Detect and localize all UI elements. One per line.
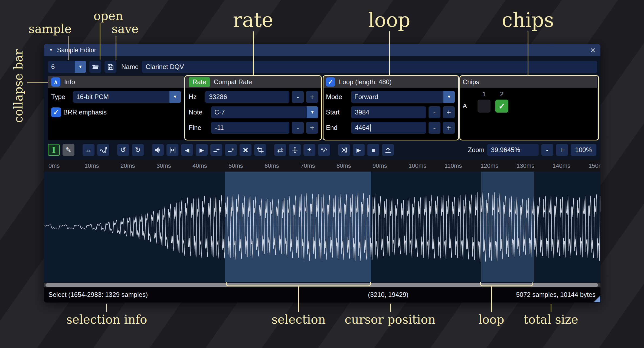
- ruler-label: 90ms: [372, 162, 387, 169]
- ruler-label: 140ms: [553, 162, 570, 169]
- collapse-info-button[interactable]: ∧: [51, 77, 60, 87]
- toolbar-draw-mode-button[interactable]: ✎: [63, 144, 74, 156]
- fine-input[interactable]: -11: [211, 122, 289, 134]
- toolbar-resize-button[interactable]: ↔: [83, 144, 94, 156]
- hz-minus-button[interactable]: -: [292, 91, 304, 103]
- timeline-ruler: 0ms10ms20ms30ms40ms50ms60ms70ms80ms90ms1…: [44, 160, 600, 172]
- note-label: Note: [189, 109, 209, 116]
- toolbar-preview-stop-button[interactable]: ■: [367, 144, 379, 156]
- annotation-selection: selection: [272, 313, 326, 326]
- chevron-down-icon[interactable]: ▼: [307, 106, 318, 118]
- annotation-selection-info: selection info: [66, 313, 147, 326]
- dash-plus-icon: [213, 146, 220, 154]
- chevron-down-icon[interactable]: ▼: [75, 61, 86, 73]
- toolbar-preview-play-button[interactable]: ▶: [353, 144, 365, 156]
- annotation-cursor-position: cursor position: [345, 313, 436, 326]
- cross-icon: ×: [243, 145, 248, 155]
- chevron-down-icon[interactable]: ▼: [169, 91, 181, 103]
- toolbar-normalize-button[interactable]: [166, 144, 178, 156]
- chips-panel-title: Chips: [463, 78, 479, 86]
- resize-grip[interactable]: [594, 296, 600, 302]
- toolbar-buttons: I✎↔↺↻◀▶×⇄±▶■: [48, 144, 394, 156]
- toolbar-redo-button[interactable]: ↻: [132, 144, 144, 156]
- zoom-out-button[interactable]: -: [541, 144, 553, 156]
- ibeam-icon: I: [52, 146, 56, 154]
- fine-plus-button[interactable]: +: [306, 122, 318, 134]
- name-label: Name: [121, 63, 139, 71]
- toolbar-insert-silence-button[interactable]: [210, 144, 222, 156]
- zoom-in-button[interactable]: +: [556, 144, 568, 156]
- toolbar-apply-silence-button[interactable]: [225, 144, 237, 156]
- hz-input[interactable]: 33286: [205, 91, 289, 103]
- fine-label: Fine: [189, 124, 209, 132]
- invert-icon: [291, 146, 299, 154]
- loop-end-minus-button[interactable]: -: [429, 122, 440, 134]
- selection-info-text: Select (1654-2983: 1329 samples): [48, 291, 148, 298]
- zoom-label: Zoom: [468, 146, 484, 154]
- name-input[interactable]: Clarinet DQV: [142, 61, 597, 73]
- hz-plus-button[interactable]: +: [306, 91, 318, 103]
- toolbar-amplify-button[interactable]: [152, 144, 164, 156]
- ruler-label: 0ms: [48, 162, 60, 169]
- note-select[interactable]: C-7 ▼: [211, 106, 318, 118]
- toolbar-trim-button[interactable]: [254, 144, 266, 156]
- waveform-scrollbar[interactable]: [44, 283, 600, 287]
- sample-editor-window: ▼ Sample Editor × 6 ▼ Name Cl: [44, 44, 600, 303]
- chip-1-checkbox[interactable]: [478, 100, 491, 113]
- chip-row-label: A: [463, 102, 474, 110]
- toolbar-fade-in-button[interactable]: ◀: [181, 144, 193, 156]
- annotation-loop-bottom: loop: [478, 313, 504, 326]
- collapse-window-icon[interactable]: ▼: [49, 47, 53, 53]
- loop-start-minus-button[interactable]: -: [429, 106, 440, 118]
- rate-panel-header: Rate Compat Rate: [185, 76, 321, 88]
- waveform-area[interactable]: [44, 172, 600, 282]
- brr-emphasis-label: BRR emphasis: [63, 109, 107, 116]
- window-title: Sample Editor: [57, 47, 96, 54]
- pencil-icon: ✎: [66, 146, 71, 153]
- open-button[interactable]: [89, 61, 101, 73]
- toolbar-delete-button[interactable]: ×: [240, 144, 251, 156]
- window-titlebar[interactable]: ▼ Sample Editor ×: [44, 44, 600, 56]
- annotation-save: save: [112, 22, 139, 36]
- toolbar-resample-button[interactable]: [97, 144, 109, 156]
- loop-enabled-checkbox[interactable]: ✓: [326, 77, 335, 87]
- loop-mode-value: Forward: [351, 93, 443, 101]
- fine-minus-button[interactable]: -: [292, 122, 304, 134]
- loop-start-plus-button[interactable]: +: [443, 106, 455, 118]
- zoom-input[interactable]: 39.9645%: [487, 144, 539, 156]
- loop-end-plus-button[interactable]: +: [443, 122, 455, 134]
- toolbar-fade-out-button[interactable]: ▶: [196, 144, 208, 156]
- toolbar: I✎↔↺↻◀▶×⇄±▶■ Zoom 39.9645% - + 100%: [48, 143, 596, 157]
- toolbar-undo-button[interactable]: ↺: [117, 144, 129, 156]
- toolbar-invert-button[interactable]: [289, 144, 301, 156]
- info-panel-title: Info: [64, 78, 75, 86]
- wave-icon: [321, 146, 328, 154]
- loop-end-input[interactable]: 4464: [351, 122, 426, 134]
- loop-panel: ✓ Loop (length: 480) Mode Forward ▼ Star…: [323, 76, 458, 140]
- toolbar-select-mode-button[interactable]: I: [48, 144, 60, 156]
- save-button[interactable]: [104, 61, 116, 73]
- zoom-reset-button[interactable]: 100%: [571, 144, 596, 156]
- panels-row: ∧ Info Type 16-bit PCM ▼ ✓: [48, 76, 597, 140]
- chip-2-checkbox[interactable]: ✓: [495, 100, 508, 113]
- toolbar-crossfade-button[interactable]: [338, 144, 350, 156]
- chip-column-1-label: 1: [482, 90, 486, 98]
- close-icon[interactable]: ×: [590, 45, 596, 55]
- chips-panel: Chips 1 2 A ✓: [459, 76, 597, 140]
- type-select[interactable]: 16-bit PCM ▼: [73, 91, 181, 103]
- toolbar-create-instrument-button[interactable]: [382, 144, 394, 156]
- loop-mode-select[interactable]: Forward ▼: [351, 91, 455, 103]
- toolbar-filter-button[interactable]: [318, 144, 330, 156]
- toolbar-signed-unsigned-button[interactable]: ±: [303, 144, 315, 156]
- check-icon: ✓: [53, 109, 59, 116]
- toolbar-reverse-button[interactable]: ⇄: [274, 144, 286, 156]
- sample-number-value: 6: [48, 63, 75, 71]
- rate-button[interactable]: Rate: [189, 77, 210, 87]
- loop-start-input[interactable]: 3984: [351, 106, 426, 118]
- brr-emphasis-checkbox[interactable]: ✓: [51, 107, 61, 117]
- scrollbar-thumb[interactable]: [45, 283, 598, 287]
- zoom-controls: Zoom 39.9645% - + 100%: [468, 144, 596, 156]
- sample-number-select[interactable]: 6 ▼: [48, 61, 86, 73]
- annotation-rate: rate: [233, 9, 273, 31]
- chevron-down-icon[interactable]: ▼: [443, 91, 455, 103]
